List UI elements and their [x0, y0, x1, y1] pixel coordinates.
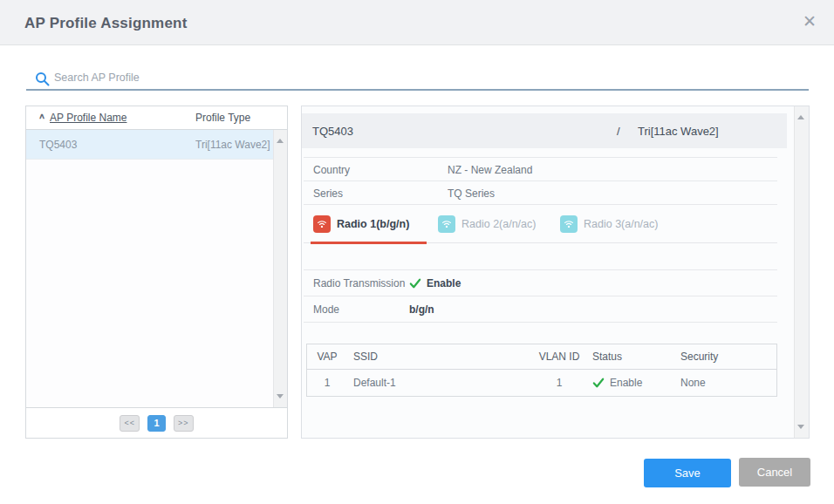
close-icon[interactable]: ✕: [803, 12, 817, 31]
dialog-title: AP Profile Assignment: [24, 15, 188, 32]
status-text: Enable: [610, 377, 642, 389]
pagination-next-button[interactable]: >>: [174, 415, 194, 432]
column-ap-profile-name[interactable]: AP Profile Name: [50, 112, 126, 124]
country-label: Country: [313, 164, 350, 176]
scroll-up-icon[interactable]: [277, 139, 284, 143]
info-section: Country NZ - New Zealand Series TQ Serie…: [304, 157, 777, 205]
dialog-header: AP Profile Assignment ✕: [0, 0, 834, 45]
radio-transmission-label: Radio Transmission: [313, 277, 405, 289]
mode-row: Mode b/g/n: [304, 296, 777, 323]
radio-tabs: Radio 1(b/g/n) Radio 2(a/n/ac) Radio 3(a…: [304, 205, 777, 243]
series-row: Series TQ Series: [304, 181, 777, 205]
tab-radio-1[interactable]: Radio 1(b/g/n): [311, 205, 427, 242]
profile-list-header: ∧ AP Profile Name Profile Type: [26, 106, 287, 130]
radio-transmission-text: Enable: [427, 277, 461, 289]
search-icon: [35, 72, 50, 86]
column-security: Security: [674, 351, 776, 363]
tab-radio-3[interactable]: Radio 3(a/n/ac): [560, 205, 658, 242]
pagination-page-1-button[interactable]: 1: [147, 415, 166, 432]
vap-table: VAP SSID VLAN ID Status Security 1 Defau…: [306, 344, 777, 397]
country-value: NZ - New Zealand: [448, 164, 532, 176]
tab-radio-3-label: Radio 3(a/n/ac): [584, 218, 658, 230]
detail-profile-type: Tri[11ac Wave2]: [638, 125, 719, 138]
wifi-icon-red: [313, 215, 331, 233]
pagination: << 1 >>: [26, 407, 287, 438]
search-bar: [26, 67, 809, 91]
tab-radio-1-label: Radio 1(b/g/n): [337, 218, 409, 230]
radio-settings-section: Radio Transmission Enable Mode b/g/n: [304, 269, 777, 323]
profile-list-panel: ∧ AP Profile Name Profile Type TQ5403 Tr…: [25, 106, 288, 439]
security-cell: None: [674, 377, 776, 389]
tab-radio-2-label: Radio 2(a/n/ac): [461, 218, 536, 230]
profile-list-scrollbar[interactable]: [273, 130, 287, 407]
radio-transmission-value: Enable: [409, 277, 461, 289]
column-status: Status: [586, 351, 674, 363]
vap-cell: 1: [307, 377, 347, 389]
wifi-icon-teal: [438, 215, 455, 233]
detail-header-bar: TQ5403 / Tri[11ac Wave2]: [302, 113, 787, 148]
column-vlan-id: VLAN ID: [532, 351, 586, 363]
save-button[interactable]: Save: [644, 459, 731, 487]
detail-scrollbar[interactable]: [794, 106, 809, 438]
vlan-id-cell: 1: [532, 377, 586, 389]
check-icon: [409, 278, 421, 289]
detail-profile-name: TQ5403: [312, 125, 353, 138]
mode-label: Mode: [313, 303, 339, 316]
vap-table-header: VAP SSID VLAN ID Status Security: [307, 344, 776, 370]
column-profile-type: Profile Type: [195, 112, 250, 124]
scroll-down-icon[interactable]: [277, 394, 284, 398]
profile-row-selected[interactable]: TQ5403 Tri[11ac Wave2]: [26, 130, 273, 160]
radio-transmission-row: Radio Transmission Enable: [304, 270, 777, 296]
profile-detail-panel: TQ5403 / Tri[11ac Wave2] Country NZ - Ne…: [301, 106, 810, 439]
search-input[interactable]: [54, 67, 787, 88]
vap-table-row[interactable]: 1 Default-1 1 Enable None: [307, 370, 776, 396]
check-icon: [592, 378, 605, 388]
tab-radio-2[interactable]: Radio 2(a/n/ac): [438, 205, 560, 242]
profile-type: Tri[11ac Wave2]: [195, 139, 270, 151]
ssid-cell: Default-1: [347, 377, 532, 389]
active-tab-underline: [311, 242, 427, 244]
sort-asc-icon[interactable]: ∧: [38, 112, 45, 120]
pagination-prev-button[interactable]: <<: [120, 415, 140, 432]
mode-value: b/g/n: [409, 303, 434, 316]
detail-separator: /: [617, 125, 620, 138]
scroll-down-icon[interactable]: [797, 425, 804, 429]
profile-name: TQ5403: [39, 139, 77, 151]
column-vap: VAP: [307, 351, 347, 363]
status-cell: Enable: [586, 377, 674, 389]
series-label: Series: [313, 187, 343, 200]
wifi-icon-teal: [560, 215, 578, 233]
profile-detail-content: TQ5403 / Tri[11ac Wave2] Country NZ - Ne…: [302, 106, 794, 438]
profile-list: TQ5403 Tri[11ac Wave2]: [26, 130, 287, 407]
cancel-button[interactable]: Cancel: [739, 458, 810, 487]
column-ssid: SSID: [347, 351, 532, 363]
country-row: Country NZ - New Zealand: [304, 158, 777, 181]
scroll-up-icon[interactable]: [797, 115, 804, 119]
series-value: TQ Series: [448, 187, 495, 200]
